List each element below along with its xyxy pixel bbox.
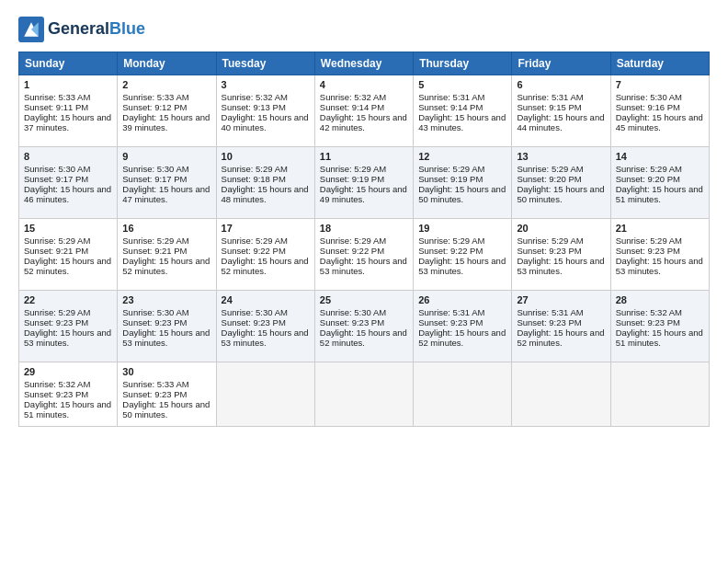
daylight-label: Daylight: 15 hours and 53 minutes. (517, 256, 604, 276)
calendar-cell: 11 Sunrise: 5:29 AM Sunset: 9:19 PM Dayl… (314, 147, 413, 219)
page: GeneralBlue SundayMondayTuesdayWednesday… (0, 0, 728, 563)
sunrise-label: Sunrise: 5:29 AM (517, 164, 583, 174)
sunrise-label: Sunrise: 5:32 AM (320, 92, 386, 102)
sunset-label: Sunset: 9:23 PM (24, 317, 88, 327)
day-number: 26 (418, 294, 506, 305)
day-number: 12 (418, 151, 506, 162)
calendar-cell (216, 362, 314, 427)
daylight-label: Daylight: 15 hours and 52 minutes. (517, 327, 604, 348)
day-number: 5 (418, 79, 506, 90)
day-number: 11 (320, 151, 408, 162)
day-number: 13 (517, 151, 605, 162)
calendar: SundayMondayTuesdayWednesdayThursdayFrid… (18, 52, 710, 427)
daylight-label: Daylight: 15 hours and 39 minutes. (122, 112, 210, 132)
calendar-cell: 20 Sunrise: 5:29 AM Sunset: 9:23 PM Dayl… (512, 219, 610, 291)
sunset-label: Sunset: 9:15 PM (517, 102, 581, 112)
daylight-label: Daylight: 15 hours and 51 minutes. (616, 327, 703, 348)
sunrise-label: Sunrise: 5:32 AM (24, 379, 90, 389)
calendar-cell: 3 Sunrise: 5:32 AM Sunset: 9:13 PM Dayli… (216, 75, 314, 147)
calendar-week-4: 22 Sunrise: 5:29 AM Sunset: 9:23 PM Dayl… (19, 291, 710, 362)
calendar-week-3: 15 Sunrise: 5:29 AM Sunset: 9:21 PM Dayl… (19, 219, 710, 291)
day-number: 29 (24, 366, 112, 377)
header: GeneralBlue (18, 17, 710, 42)
daylight-label: Daylight: 15 hours and 45 minutes. (616, 112, 703, 132)
daylight-label: Daylight: 15 hours and 52 minutes. (320, 327, 407, 348)
daylight-label: Daylight: 15 hours and 53 minutes. (122, 327, 210, 348)
sunset-label: Sunset: 9:23 PM (320, 317, 384, 327)
calendar-cell: 15 Sunrise: 5:29 AM Sunset: 9:21 PM Dayl… (19, 219, 118, 291)
sunrise-label: Sunrise: 5:30 AM (222, 307, 288, 317)
sunset-label: Sunset: 9:16 PM (616, 102, 680, 112)
day-number: 7 (616, 79, 704, 90)
sunrise-label: Sunrise: 5:30 AM (616, 92, 682, 102)
day-number: 17 (222, 223, 310, 234)
day-number: 25 (320, 294, 408, 305)
sunrise-label: Sunrise: 5:30 AM (24, 164, 90, 174)
sunrise-label: Sunrise: 5:29 AM (320, 164, 386, 174)
sunrise-label: Sunrise: 5:30 AM (122, 164, 188, 174)
sunrise-label: Sunrise: 5:33 AM (122, 379, 188, 389)
sunrise-label: Sunrise: 5:29 AM (616, 236, 682, 246)
day-number: 24 (222, 294, 310, 305)
logo-text: GeneralBlue (48, 20, 145, 39)
day-number: 8 (24, 151, 112, 162)
daylight-label: Daylight: 15 hours and 52 minutes. (418, 327, 506, 348)
day-number: 14 (616, 151, 704, 162)
daylight-label: Daylight: 15 hours and 44 minutes. (517, 112, 604, 132)
logo: GeneralBlue (18, 17, 145, 42)
sunrise-label: Sunrise: 5:32 AM (222, 92, 288, 102)
day-number: 3 (222, 79, 310, 90)
sunset-label: Sunset: 9:23 PM (24, 389, 88, 399)
sunset-label: Sunset: 9:18 PM (222, 174, 286, 184)
calendar-cell: 8 Sunrise: 5:30 AM Sunset: 9:17 PM Dayli… (19, 147, 118, 219)
day-number: 19 (418, 223, 506, 234)
daylight-label: Daylight: 15 hours and 53 minutes. (222, 327, 309, 348)
calendar-week-1: 1 Sunrise: 5:33 AM Sunset: 9:11 PM Dayli… (19, 75, 710, 147)
sunset-label: Sunset: 9:14 PM (418, 102, 483, 112)
sunrise-label: Sunrise: 5:33 AM (122, 92, 188, 102)
sunrise-label: Sunrise: 5:29 AM (222, 236, 288, 246)
sunrise-label: Sunrise: 5:29 AM (616, 164, 682, 174)
day-number: 6 (517, 79, 605, 90)
day-number: 2 (122, 79, 210, 90)
sunset-label: Sunset: 9:21 PM (24, 246, 88, 256)
col-header-sunday: Sunday (19, 52, 118, 75)
day-number: 20 (517, 223, 605, 234)
calendar-cell: 17 Sunrise: 5:29 AM Sunset: 9:22 PM Dayl… (216, 219, 314, 291)
daylight-label: Daylight: 15 hours and 46 minutes. (24, 184, 111, 204)
daylight-label: Daylight: 15 hours and 52 minutes. (122, 256, 210, 276)
sunset-label: Sunset: 9:23 PM (616, 317, 680, 327)
sunset-label: Sunset: 9:23 PM (122, 317, 187, 327)
col-header-saturday: Saturday (610, 52, 709, 75)
calendar-cell: 19 Sunrise: 5:29 AM Sunset: 9:22 PM Dayl… (414, 219, 512, 291)
calendar-cell: 7 Sunrise: 5:30 AM Sunset: 9:16 PM Dayli… (610, 75, 709, 147)
daylight-label: Daylight: 15 hours and 43 minutes. (418, 112, 506, 132)
sunset-label: Sunset: 9:23 PM (122, 389, 187, 399)
day-number: 28 (616, 294, 704, 305)
calendar-cell: 10 Sunrise: 5:29 AM Sunset: 9:18 PM Dayl… (216, 147, 314, 219)
sunset-label: Sunset: 9:19 PM (418, 174, 483, 184)
col-header-tuesday: Tuesday (216, 52, 314, 75)
daylight-label: Daylight: 15 hours and 50 minutes. (122, 399, 210, 419)
daylight-label: Daylight: 15 hours and 50 minutes. (418, 184, 506, 204)
calendar-week-2: 8 Sunrise: 5:30 AM Sunset: 9:17 PM Dayli… (19, 147, 710, 219)
col-header-thursday: Thursday (414, 52, 512, 75)
sunrise-label: Sunrise: 5:29 AM (320, 236, 386, 246)
sunrise-label: Sunrise: 5:29 AM (24, 307, 90, 317)
daylight-label: Daylight: 15 hours and 53 minutes. (320, 256, 407, 276)
calendar-cell: 24 Sunrise: 5:30 AM Sunset: 9:23 PM Dayl… (216, 291, 314, 362)
daylight-label: Daylight: 15 hours and 51 minutes. (24, 399, 111, 419)
sunset-label: Sunset: 9:17 PM (122, 174, 187, 184)
daylight-label: Daylight: 15 hours and 53 minutes. (418, 256, 506, 276)
calendar-cell: 28 Sunrise: 5:32 AM Sunset: 9:23 PM Dayl… (610, 291, 709, 362)
day-number: 21 (616, 223, 704, 234)
daylight-label: Daylight: 15 hours and 52 minutes. (222, 256, 309, 276)
calendar-cell: 26 Sunrise: 5:31 AM Sunset: 9:23 PM Dayl… (414, 291, 512, 362)
sunset-label: Sunset: 9:17 PM (24, 174, 88, 184)
calendar-cell: 13 Sunrise: 5:29 AM Sunset: 9:20 PM Dayl… (512, 147, 610, 219)
daylight-label: Daylight: 15 hours and 48 minutes. (222, 184, 309, 204)
sunrise-label: Sunrise: 5:29 AM (24, 236, 90, 246)
daylight-label: Daylight: 15 hours and 50 minutes. (517, 184, 604, 204)
calendar-cell: 2 Sunrise: 5:33 AM Sunset: 9:12 PM Dayli… (118, 75, 216, 147)
calendar-cell: 9 Sunrise: 5:30 AM Sunset: 9:17 PM Dayli… (118, 147, 216, 219)
